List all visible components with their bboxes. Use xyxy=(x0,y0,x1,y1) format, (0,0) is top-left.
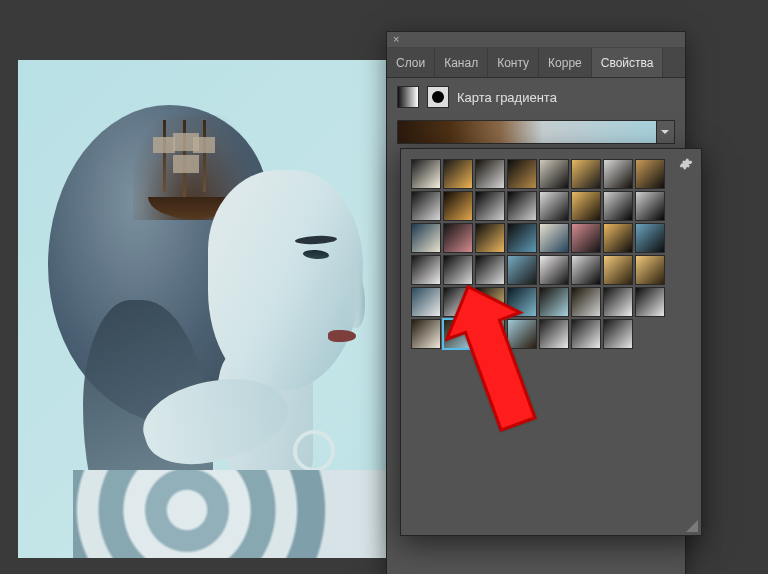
gradient-swatch[interactable] xyxy=(539,287,569,317)
tab-channels[interactable]: Канал xyxy=(435,48,488,77)
gradient-swatch[interactable] xyxy=(539,159,569,189)
gradient-swatch[interactable] xyxy=(603,255,633,285)
tab-layers[interactable]: Слои xyxy=(387,48,435,77)
gradient-dropdown-button[interactable] xyxy=(657,120,675,144)
gradient-swatch[interactable] xyxy=(571,223,601,253)
gradient-swatch[interactable] xyxy=(411,159,441,189)
gradient-swatch[interactable] xyxy=(571,191,601,221)
gradient-swatch[interactable] xyxy=(539,255,569,285)
tab-properties[interactable]: Свойства xyxy=(592,48,664,77)
gradient-swatch[interactable] xyxy=(635,255,665,285)
gradient-swatch[interactable] xyxy=(507,159,537,189)
gradient-swatch[interactable] xyxy=(475,255,505,285)
gradient-swatch[interactable] xyxy=(603,287,633,317)
property-title: Карта градиента xyxy=(457,90,557,105)
gradient-swatch[interactable] xyxy=(507,319,537,349)
gradient-swatch[interactable] xyxy=(475,319,505,349)
gradient-swatch[interactable] xyxy=(443,159,473,189)
picker-resize-grip-icon[interactable] xyxy=(686,520,698,532)
gradient-swatch[interactable] xyxy=(539,191,569,221)
close-icon[interactable]: × xyxy=(393,34,405,46)
gradient-swatch[interactable] xyxy=(603,159,633,189)
artwork xyxy=(63,100,363,440)
gradient-swatch[interactable] xyxy=(571,159,601,189)
gear-icon[interactable] xyxy=(679,157,693,174)
gradient-swatch[interactable] xyxy=(443,319,473,349)
gradient-swatch[interactable] xyxy=(635,191,665,221)
gradient-swatch[interactable] xyxy=(539,319,569,349)
gradient-swatch[interactable] xyxy=(571,319,601,349)
gradient-swatch[interactable] xyxy=(411,223,441,253)
gradient-swatch[interactable] xyxy=(571,255,601,285)
gradient-swatch[interactable] xyxy=(443,287,473,317)
gradient-swatch[interactable] xyxy=(443,223,473,253)
gradient-swatch[interactable] xyxy=(635,223,665,253)
adjustment-thumb-icon xyxy=(397,86,419,108)
gradient-swatch[interactable] xyxy=(635,287,665,317)
gradient-preview[interactable] xyxy=(397,120,657,144)
gradient-picker xyxy=(400,148,702,536)
gradient-swatch[interactable] xyxy=(603,191,633,221)
tab-paths[interactable]: Конту xyxy=(488,48,539,77)
gradient-swatch[interactable] xyxy=(603,223,633,253)
gradient-swatch[interactable] xyxy=(443,191,473,221)
gradient-swatch[interactable] xyxy=(411,319,441,349)
gradient-swatch-grid xyxy=(411,159,673,349)
gradient-swatch[interactable] xyxy=(475,287,505,317)
gradient-swatch[interactable] xyxy=(411,255,441,285)
gradient-swatch[interactable] xyxy=(507,255,537,285)
gradient-swatch[interactable] xyxy=(635,159,665,189)
panel-tabs: Слои Канал Конту Корре Свойства xyxy=(387,48,685,78)
gradient-swatch[interactable] xyxy=(507,287,537,317)
canvas-area[interactable] xyxy=(18,60,438,558)
gradient-swatch[interactable] xyxy=(507,223,537,253)
tab-adjustments[interactable]: Корре xyxy=(539,48,592,77)
gradient-swatch[interactable] xyxy=(443,255,473,285)
gradient-swatch[interactable] xyxy=(539,223,569,253)
gradient-swatch[interactable] xyxy=(475,223,505,253)
gradient-swatch[interactable] xyxy=(603,319,633,349)
gradient-swatch[interactable] xyxy=(475,159,505,189)
mask-icon[interactable] xyxy=(427,86,449,108)
gradient-swatch[interactable] xyxy=(411,191,441,221)
gradient-swatch[interactable] xyxy=(571,287,601,317)
gradient-swatch[interactable] xyxy=(411,287,441,317)
gradient-swatch[interactable] xyxy=(475,191,505,221)
gradient-swatch[interactable] xyxy=(507,191,537,221)
